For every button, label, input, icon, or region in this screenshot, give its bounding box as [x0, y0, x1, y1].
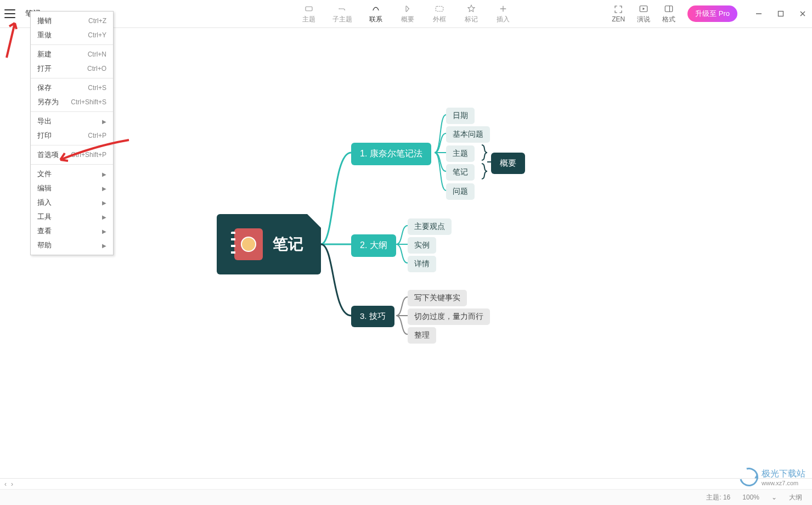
summary-icon	[403, 4, 413, 14]
mindmap-canvas[interactable]: 笔记 1. 康奈尔笔记法 日期 基本问题 主题 笔记 问题 概要 2. 大纲 主…	[0, 27, 812, 478]
zen-button[interactable]: ZEN	[612, 4, 625, 23]
menu-preferences[interactable]: 首选项Ctrl+Shift+P	[31, 148, 113, 162]
menu-saveas[interactable]: 另存为Ctrl+Shift+S	[31, 95, 113, 109]
insert-button[interactable]: 插入	[495, 4, 511, 24]
toolbar-center: 主题 子主题 联系 概要 外框 标记 插入	[301, 4, 511, 24]
presentation-button[interactable]: 演说	[637, 4, 650, 24]
menu-new[interactable]: 新建Ctrl+N	[31, 47, 113, 61]
marker-button[interactable]: 标记	[463, 4, 480, 24]
menu-edit[interactable]: 编辑▶	[31, 181, 113, 195]
svg-rect-7	[779, 12, 783, 16]
leaf-node[interactable]: 实例	[408, 237, 436, 254]
fullscreen-icon	[613, 4, 623, 14]
menu-tools[interactable]: 工具▶	[31, 210, 113, 224]
svg-rect-4	[665, 5, 673, 12]
notebook-icon	[234, 228, 263, 260]
menu-file[interactable]: 文件▶	[31, 167, 113, 181]
leaf-node[interactable]: 主要观点	[408, 218, 452, 235]
hamburger-menu-button[interactable]	[4, 9, 15, 18]
zoom-level[interactable]: 100%	[742, 493, 759, 501]
leaf-node[interactable]: 笔记	[446, 164, 475, 181]
zoom-dropdown-icon[interactable]: ⌄	[771, 493, 777, 501]
relationship-icon	[371, 4, 381, 14]
format-button[interactable]: 格式	[662, 4, 675, 24]
menu-help[interactable]: 帮助▶	[31, 238, 113, 252]
menu-print[interactable]: 打印Ctrl+P	[31, 128, 113, 143]
play-icon	[639, 4, 649, 14]
summary-node[interactable]: 概要	[491, 153, 525, 174]
branch-node-3[interactable]: 3. 技巧	[351, 306, 394, 327]
svg-point-1	[339, 8, 340, 9]
leaf-node[interactable]: 写下关键事实	[408, 290, 467, 306]
branch-node-2[interactable]: 2. 大纲	[351, 234, 396, 257]
watermark-icon	[736, 464, 762, 490]
root-node[interactable]: 笔记	[217, 214, 321, 274]
close-button[interactable]	[799, 10, 807, 18]
watermark: 极光下载站 www.xz7.com	[740, 468, 805, 486]
menu-view[interactable]: 查看▶	[31, 224, 113, 238]
boundary-button[interactable]: 外框	[431, 4, 448, 24]
summary-button[interactable]: 概要	[399, 4, 416, 24]
status-bar: 主题: 16 100% ⌄ 大纲	[0, 489, 812, 505]
toolbar: 笔记 主题 子主题 联系 概要 外框 标记 插入 ZEN 演说 格式 升级至 P…	[0, 0, 812, 28]
menu-insert[interactable]: 插入▶	[31, 195, 113, 210]
panel-icon	[664, 4, 674, 14]
svg-rect-2	[436, 6, 443, 11]
menu-open[interactable]: 打开Ctrl+O	[31, 61, 113, 76]
outline-toggle[interactable]: 大纲	[789, 493, 802, 502]
menu-export[interactable]: 导出▶	[31, 114, 113, 128]
star-icon	[466, 4, 476, 14]
leaf-node[interactable]: 日期	[446, 108, 475, 124]
branch-node-1[interactable]: 1. 康奈尔笔记法	[351, 143, 431, 165]
leaf-node[interactable]: 基本问题	[446, 126, 490, 143]
upgrade-button[interactable]: 升级至 Pro	[687, 5, 737, 22]
subtopic-button[interactable]: 子主题	[332, 4, 352, 24]
maximize-button[interactable]	[777, 10, 785, 18]
sheet-tabs: ‹ ›	[0, 478, 812, 490]
rectangle-icon	[304, 4, 314, 14]
menu-undo[interactable]: 撤销Ctrl+Z	[31, 14, 113, 28]
window-controls	[755, 10, 807, 18]
sheet-prev[interactable]: ‹	[4, 480, 7, 488]
topic-count: 主题: 16	[706, 493, 730, 502]
plus-icon	[498, 4, 508, 14]
main-menu-dropdown: 撤销Ctrl+Z 重做Ctrl+Y 新建Ctrl+N 打开Ctrl+O 保存Ct…	[30, 11, 114, 255]
menu-redo[interactable]: 重做Ctrl+Y	[31, 28, 113, 42]
minimize-button[interactable]	[755, 10, 763, 18]
leaf-node[interactable]: 详情	[408, 256, 436, 272]
toolbar-right: ZEN 演说 格式 升级至 Pro	[612, 4, 807, 24]
boundary-icon	[435, 4, 444, 14]
leaf-node[interactable]: 问题	[446, 183, 475, 200]
subtopic-icon	[337, 4, 347, 14]
leaf-node[interactable]: 主题	[446, 145, 475, 162]
leaf-node[interactable]: 切勿过度，量力而行	[408, 308, 490, 325]
relationship-button[interactable]: 联系	[368, 4, 384, 24]
leaf-node[interactable]: 整理	[408, 327, 436, 344]
svg-rect-0	[306, 7, 312, 11]
topic-button[interactable]: 主题	[301, 4, 317, 24]
sheet-next[interactable]: ›	[11, 480, 13, 488]
menu-save[interactable]: 保存Ctrl+S	[31, 81, 113, 95]
connectors	[0, 27, 812, 478]
